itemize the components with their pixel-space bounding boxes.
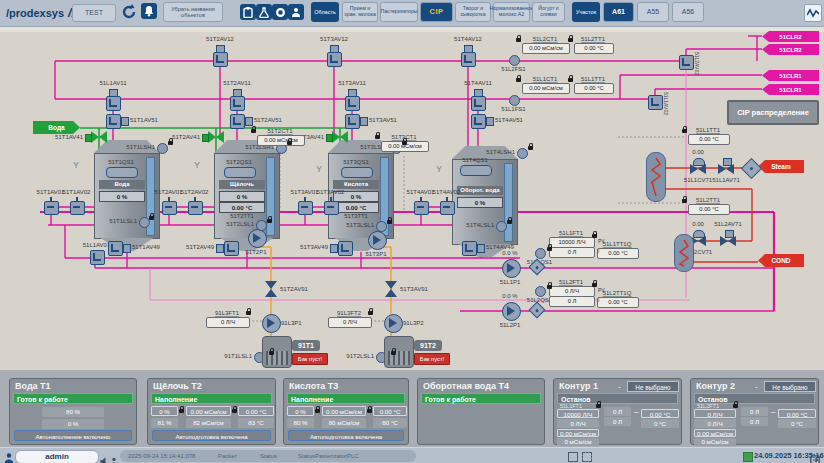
valve-51L1AV11[interactable] (106, 96, 121, 111)
sensor-51L2FS1[interactable] (509, 55, 520, 66)
valve-51T4AV51[interactable] (471, 114, 486, 129)
audio-icon[interactable] (100, 452, 108, 463)
tab-a61[interactable]: А61 (603, 2, 634, 22)
valve-51T4AV11[interactable] (471, 96, 486, 111)
settings-icon[interactable] (272, 4, 288, 20)
current-user[interactable]: admin (15, 450, 99, 463)
valve-51T4AV12[interactable] (461, 52, 476, 67)
resize-icon[interactable] (582, 452, 592, 462)
tab-pasterizatory[interactable]: Пастеризаторы (380, 2, 418, 22)
cond-value[interactable]: 0.00 мСм/см (557, 429, 599, 437)
sensor-51T1LSH1[interactable] (157, 143, 168, 154)
valve-51L2AV71[interactable] (720, 236, 736, 247)
instrument-value-51L1CT1[interactable]: 0.00 мСм/см (522, 83, 570, 94)
tab-yogurt[interactable]: Йогурт и сливки (532, 2, 565, 22)
valve-51L1AV71[interactable] (718, 164, 734, 175)
logout-user-icon[interactable] (110, 452, 119, 463)
valve-51L1AV02[interactable] (648, 95, 663, 110)
report-icon[interactable] (240, 4, 256, 20)
valve-51T2AV12[interactable] (213, 52, 228, 67)
valve-51T2AV49[interactable] (224, 241, 239, 256)
flow-value[interactable]: 0 Л/Ч (694, 409, 736, 418)
valve-51T2AV91[interactable] (265, 281, 277, 297)
autofill-toggle-button[interactable]: Автонаполнение включено (14, 430, 132, 441)
temp-value[interactable]: 0.00 °C (641, 409, 679, 418)
instrument-value-51L2TT1Q[interactable]: 0.00 °C (597, 297, 639, 308)
tab-priem-moloka[interactable]: Прием и хран. молока (342, 2, 378, 22)
valve-51T2AV41[interactable] (208, 131, 224, 143)
valve-51T4AV02[interactable] (440, 201, 455, 215)
small-tank-91T2[interactable] (384, 336, 414, 368)
trend-icon[interactable] (804, 4, 822, 22)
small-tank-label-91T2[interactable]: 91T2 (414, 340, 442, 351)
valve-51T2AV01[interactable] (162, 201, 177, 215)
temperature-value[interactable]: 0.00 °C (373, 406, 407, 416)
valve-51T3AV01[interactable] (298, 201, 313, 215)
conductivity-value[interactable]: 0.00 мСм/см (186, 406, 231, 416)
valve-51T3AV11[interactable] (345, 96, 360, 111)
pump-51T3P1[interactable] (368, 231, 387, 250)
valve-51T3AV51[interactable] (345, 114, 360, 129)
refresh-icon[interactable] (120, 3, 138, 21)
exit-icon[interactable] (810, 451, 820, 463)
tank-T1[interactable]: Вода0 % (94, 140, 160, 252)
tab-norm-moloko[interactable]: Нормализованное молоко А2 (493, 2, 530, 22)
valve-51T3AV12[interactable] (327, 52, 342, 67)
valve-51T1AV02[interactable] (70, 201, 85, 215)
valve-51T4AV01[interactable] (414, 201, 429, 215)
pump-51T2P1[interactable] (248, 229, 267, 248)
valve-51L1AV01[interactable] (90, 250, 105, 265)
instrument-value-51T2CT1[interactable]: 0.00 мСм/см (257, 135, 305, 146)
tab-a55[interactable]: А55 (637, 2, 669, 22)
small-tank-91T1[interactable] (262, 336, 292, 368)
sensor-51T1QS1[interactable] (106, 167, 138, 178)
small-tank-label-91T1[interactable]: 91T1 (292, 340, 320, 351)
tab-a56[interactable]: А56 (672, 2, 704, 22)
instrument-value-51L1TT1[interactable]: 0.00 °C (574, 83, 614, 94)
sensor-51T3QS1[interactable] (341, 167, 373, 178)
level-value[interactable]: 0 % (287, 406, 314, 416)
instrument-value-91L3FT2[interactable]: 0 Л/Ч (328, 317, 372, 328)
pump-91L3P2[interactable] (384, 314, 403, 333)
autoprep-toggle-button[interactable]: Автоподготовка включена (288, 430, 404, 441)
pump-51L2P1[interactable] (502, 302, 521, 321)
valve-51L1CV71[interactable] (690, 164, 706, 175)
tab-tvorog[interactable]: Творог и сыворотка (455, 2, 491, 22)
circuit-selector[interactable]: Не выбрано (627, 381, 679, 392)
sensor-51T3LSL1[interactable] (376, 221, 387, 232)
valve-51T3AV49[interactable] (338, 241, 353, 256)
valve-51T1AV51[interactable] (106, 114, 121, 129)
circuit-selector[interactable]: Не выбрано (764, 381, 816, 392)
autoprep-toggle-button[interactable]: Автоподготовка включена (152, 430, 271, 441)
instrument-value-51L2CT1[interactable]: 0.00 мСм/см (522, 43, 570, 54)
instrument-value-51L1FT1-1[interactable]: 0 Л (549, 247, 595, 258)
sensor-51L1FS1[interactable] (509, 95, 520, 106)
pump-51L1P1[interactable] (502, 259, 521, 278)
conductivity-value[interactable]: 0.00 мСм/см (322, 406, 366, 416)
valve-51T4AV49[interactable] (462, 241, 477, 256)
sensor-51T2LSL1[interactable] (256, 220, 267, 231)
valve-51T3AV41[interactable] (332, 131, 348, 143)
instrument-value-51L2FT1-1[interactable]: 0 Л (549, 296, 595, 307)
valve-51T2AV51[interactable] (230, 114, 245, 129)
alarm-bell-icon[interactable] (141, 3, 157, 19)
valve-51L2AV02[interactable] (679, 55, 694, 70)
instrument-value-51L1TT1Q[interactable]: 0.00 °C (597, 248, 639, 259)
valve-51T1AV41[interactable] (91, 131, 107, 143)
temperature-value[interactable]: 0.00 °C (238, 406, 274, 416)
sensor-51T4QS1[interactable] (460, 165, 492, 176)
valve-51T1AV01[interactable] (44, 201, 59, 215)
pump-91L3P1[interactable] (262, 314, 281, 333)
sensor-51L2QS1[interactable] (535, 286, 546, 297)
sensor-51T2QS1[interactable] (224, 167, 256, 178)
cip-distribution-button[interactable]: CIP распределение (727, 100, 819, 125)
sensor-51T4LSH1[interactable] (517, 148, 528, 159)
user-icon[interactable] (288, 4, 304, 20)
valve-51T1AV49[interactable] (108, 241, 123, 256)
cond-value[interactable]: 0.00 мСм/см (694, 429, 736, 437)
fullscreen-icon[interactable] (568, 452, 578, 462)
valve-51T3AV02[interactable] (324, 201, 339, 215)
lab-flask-icon[interactable] (256, 4, 272, 20)
valve-51T2AV11[interactable] (230, 96, 245, 111)
instrument-value-51L2TT1[interactable]: 0.00 °C (574, 43, 614, 54)
